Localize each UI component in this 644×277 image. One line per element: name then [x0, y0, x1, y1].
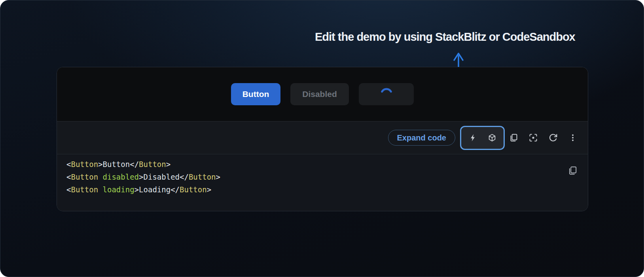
annotation-heading: Edit the demo by using StackBlitz or Cod…: [315, 30, 575, 44]
code-token: Button: [71, 173, 98, 181]
edit-online-group: [460, 126, 505, 150]
code-token: Button: [180, 185, 207, 194]
demo-disabled-button[interactable]: Disabled: [290, 83, 349, 105]
expand-code-button[interactable]: Expand code: [388, 130, 455, 146]
code-token: Button: [189, 173, 216, 181]
code-token: >: [98, 160, 102, 169]
code-line: <Button loading>Loading</Button>: [66, 183, 578, 196]
code-token: Button: [103, 160, 130, 169]
toolbar-icon-row: [509, 133, 578, 142]
code-token: Button: [139, 160, 166, 169]
code-token: >: [216, 173, 220, 181]
code-token: Loading: [139, 185, 170, 194]
demo-primary-button[interactable]: Button: [231, 83, 280, 105]
code-token: >: [166, 160, 170, 169]
demo-toolbar: Expand code: [57, 121, 588, 154]
code-token: <: [66, 160, 71, 169]
code-token: Disabled: [144, 173, 180, 181]
isolate-demo-icon[interactable]: [528, 133, 538, 142]
code-block: <Button>Button</Button> <Button disabled…: [57, 154, 588, 211]
code-token: loading: [98, 185, 134, 194]
code-token: >: [207, 185, 211, 194]
code-token: </: [130, 160, 139, 169]
loading-spinner-icon: [380, 88, 393, 101]
copy-icon[interactable]: [509, 133, 518, 142]
code-line: <Button>Button</Button>: [66, 158, 578, 171]
codesandbox-cube-icon[interactable]: [488, 133, 496, 142]
code-line: <Button disabled>Disabled</Button>: [66, 171, 578, 183]
refresh-icon[interactable]: [548, 133, 558, 142]
more-vertical-icon[interactable]: [568, 133, 578, 142]
code-token: >: [134, 185, 139, 194]
stackblitz-lightning-icon[interactable]: [469, 133, 477, 142]
demo-panel: Button Disabled Expand code: [57, 67, 588, 211]
code-token: <: [66, 173, 71, 181]
demo-loading-button[interactable]: [359, 83, 414, 105]
code-token: >: [139, 173, 143, 181]
code-token: disabled: [98, 173, 139, 181]
code-token: Button: [71, 185, 98, 194]
code-token: Button: [71, 160, 98, 169]
code-token: </: [170, 185, 180, 194]
code-token: <: [66, 185, 71, 194]
code-copy-icon[interactable]: [567, 165, 578, 176]
code-token: </: [180, 173, 189, 181]
docs-page: Edit the demo by using StackBlitz or Cod…: [0, 0, 644, 277]
demo-preview-area: Button Disabled: [57, 67, 588, 121]
